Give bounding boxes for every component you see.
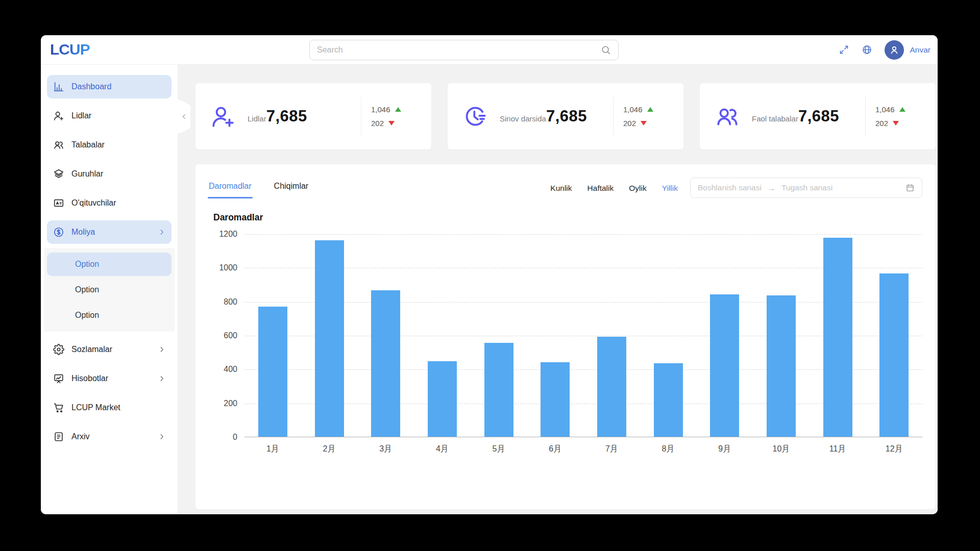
- report-icon: [53, 373, 64, 384]
- y-tick-label: 0: [233, 433, 237, 442]
- y-tick-label: 800: [224, 297, 237, 307]
- fullscreen-icon[interactable]: [839, 44, 849, 55]
- bar-1月: [258, 307, 287, 437]
- chevron-right-icon: [158, 346, 165, 353]
- stat-up-value: 1,046: [371, 105, 390, 114]
- date-range-picker[interactable]: Boshlanish sanasi → Tugash sanasi: [690, 178, 922, 198]
- submenu-option[interactable]: Option: [47, 304, 172, 327]
- sidebar-item-guruhlar[interactable]: Guruhlar: [47, 162, 172, 186]
- stat-value: 7,685: [546, 107, 587, 125]
- filter-haftalik[interactable]: Haftalik: [587, 184, 614, 193]
- person-icon: [888, 44, 900, 56]
- sidebar-item-label: Lidlar: [71, 111, 91, 120]
- app-logo: LCUP: [50, 41, 90, 58]
- calendar-icon[interactable]: [905, 183, 915, 192]
- y-tick-label: 400: [224, 365, 237, 374]
- x-tick-label: 2月: [301, 444, 358, 455]
- bar-2月: [315, 240, 344, 437]
- submenu-option[interactable]: Option: [47, 253, 172, 276]
- sidebar-item-label: Hisobotlar: [71, 374, 108, 383]
- y-tick-label: 1000: [219, 263, 237, 272]
- stat-trends: 1,046202: [865, 97, 923, 136]
- gear-icon: [53, 344, 64, 355]
- trend-down-icon: [641, 121, 647, 126]
- chart-card: DaromadlarChiqimlar KunlikHaftalikOylikY…: [195, 164, 936, 509]
- y-tick-label: 600: [224, 331, 237, 340]
- x-tick-label: 11月: [810, 444, 866, 455]
- sidebar-item-hisobotlar[interactable]: Hisobotlar: [47, 367, 172, 390]
- sidebar-item-label: Arxiv: [71, 432, 90, 441]
- user-add-icon: [53, 110, 64, 121]
- avatar[interactable]: [885, 40, 904, 60]
- sidebar-item-o-qituvchilar[interactable]: O'qituvchilar: [47, 191, 172, 215]
- stat-card-sinov-darsida: Sinov darsida7,6851,046202: [448, 83, 683, 149]
- x-tick-label: 7月: [583, 444, 640, 455]
- user-add-icon: [210, 104, 236, 129]
- sidebar-item-talabalar[interactable]: Talabalar: [47, 133, 172, 157]
- sidebar-collapse-handle[interactable]: [178, 99, 190, 134]
- search-box[interactable]: [309, 40, 619, 60]
- bar-5月: [484, 343, 513, 437]
- sidebar-item-dashboard[interactable]: Dashboard: [47, 75, 172, 98]
- filter-kunlik[interactable]: Kunlik: [550, 184, 572, 193]
- bar-10月: [767, 295, 796, 437]
- y-tick-label: 1200: [219, 230, 237, 239]
- tab-daromadlar[interactable]: Daromadlar: [209, 182, 252, 198]
- x-tick-label: 5月: [471, 444, 527, 455]
- date-end-input[interactable]: Tugash sanasi: [781, 183, 832, 192]
- sidebar-item-lcup-market[interactable]: LCUP Market: [47, 396, 172, 419]
- main-content: Lidlar7,6851,046202Sinov darsida7,6851,0…: [178, 65, 938, 514]
- y-axis: 020040060080010001200: [209, 234, 244, 437]
- stat-down-value: 202: [623, 119, 636, 128]
- stat-down-value: 202: [371, 119, 384, 128]
- header-actions: Anvar: [839, 35, 931, 64]
- bar-9月: [710, 294, 739, 437]
- stat-down-value: 202: [875, 119, 888, 128]
- layers-icon: [53, 168, 64, 180]
- sidebar-item-label: Guruhlar: [71, 169, 103, 179]
- stat-value: 7,685: [266, 107, 307, 125]
- filter-yillik[interactable]: Yillik: [662, 184, 678, 193]
- bar-3月: [371, 290, 400, 437]
- stat-up-value: 1,046: [875, 105, 895, 114]
- sidebar-item-label: LCUP Market: [71, 403, 120, 412]
- sidebar-item-lidlar[interactable]: Lidlar: [47, 104, 172, 128]
- clock-icon: [462, 104, 488, 129]
- y-tick-label: 200: [224, 399, 237, 408]
- sidebar-item-moliya[interactable]: Moliya: [47, 220, 172, 244]
- stat-label: Faol talabalar: [752, 114, 798, 123]
- dashboard-icon: [53, 81, 64, 92]
- filter-oylik[interactable]: Oylik: [629, 184, 646, 193]
- bar-7月: [597, 337, 626, 437]
- dollar-icon: [53, 227, 64, 238]
- stat-label: Sinov darsida: [500, 114, 546, 123]
- chevron-left-icon: [181, 113, 187, 120]
- trend-down-icon: [893, 121, 899, 126]
- date-range-arrow: →: [768, 184, 775, 192]
- app-window: LCUP Anvar DashboardLidlarTalabalarGuruh…: [41, 35, 938, 514]
- search-input[interactable]: [317, 45, 601, 55]
- x-tick-label: 9月: [696, 444, 753, 455]
- tab-chiqimlar[interactable]: Chiqimlar: [274, 182, 309, 198]
- sidebar: DashboardLidlarTalabalarGuruhlarO'qituvc…: [41, 65, 178, 514]
- stat-trends: 1,046202: [361, 97, 419, 136]
- sidebar-item-label: Moliya: [71, 228, 95, 237]
- language-globe-icon[interactable]: [862, 44, 872, 55]
- sidebar-submenu: OptionOptionOption: [44, 248, 175, 332]
- stat-card-faol-talabalar: Faol talabalar7,6851,046202: [700, 83, 936, 149]
- user-name[interactable]: Anvar: [910, 45, 931, 55]
- x-tick-label: 4月: [414, 444, 471, 455]
- sidebar-item-label: Dashboard: [71, 82, 111, 91]
- top-header: LCUP Anvar: [41, 35, 938, 65]
- sidebar-item-sozlamalar[interactable]: Sozlamalar: [47, 338, 172, 361]
- sidebar-item-arxiv[interactable]: Arxiv: [47, 425, 172, 448]
- bar-6月: [541, 362, 570, 437]
- bar-12月: [879, 273, 909, 437]
- chevron-right-icon: [158, 433, 165, 440]
- chevron-right-icon: [158, 229, 165, 236]
- stat-value: 7,685: [798, 107, 839, 125]
- date-start-input[interactable]: Boshlanish sanasi: [698, 183, 762, 192]
- submenu-option[interactable]: Option: [47, 278, 172, 302]
- trend-up-icon: [647, 107, 653, 112]
- x-axis-labels: 1月2月3月4月5月6月7月8月9月10月11月12月: [244, 444, 922, 455]
